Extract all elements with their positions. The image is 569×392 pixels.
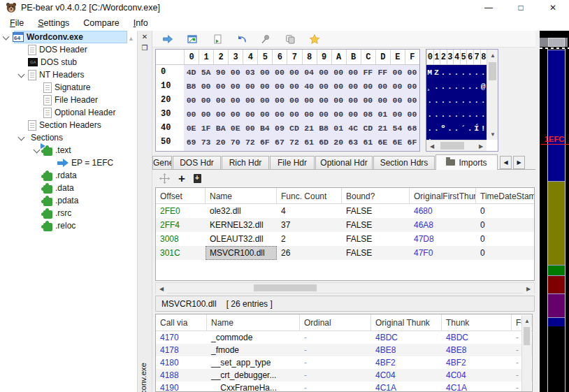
hex-byte-cell[interactable]: FF (375, 65, 390, 79)
import-function-row[interactable]: 4190__CxxFrameHa...-4C1A4C1A- (156, 382, 532, 392)
close-button[interactable]: ✕ (537, 0, 569, 15)
ascii-char-cell[interactable]: . (447, 121, 454, 135)
hex-byte-cell[interactable]: 09 (272, 121, 287, 135)
ascii-char-cell[interactable]: . (460, 79, 467, 93)
ascii-char-cell[interactable]: . (453, 93, 460, 107)
chevron-down-icon[interactable] (3, 34, 8, 40)
ascii-char-cell[interactable]: . (453, 121, 460, 135)
ascii-char-cell[interactable]: a (480, 135, 487, 140)
tab-optional-hdr[interactable]: Optional Hdr (315, 156, 373, 169)
hex-byte-cell[interactable]: 20 (302, 149, 317, 152)
column-header-timedatestamp[interactable]: TimeDateStamp (476, 188, 535, 204)
ascii-char-cell[interactable]: . (466, 93, 473, 107)
ascii-char-cell[interactable]: . (453, 79, 460, 93)
column-header-offset[interactable]: Offset (156, 188, 206, 204)
hex-byte-cell[interactable]: 00 (287, 93, 301, 107)
hex-byte-cell[interactable]: 00 (405, 79, 419, 93)
column-header-name[interactable]: Name (207, 314, 300, 331)
ascii-char-cell[interactable]: . (447, 93, 454, 107)
tree-item-optional-header[interactable]: Optional Header (0, 106, 137, 119)
hex-byte-cell[interactable]: 00 (405, 107, 419, 121)
pe-segment-section-2[interactable] (548, 181, 565, 265)
ascii-char-cell[interactable]: @ (480, 79, 487, 93)
tab-imports[interactable]: Imports (435, 154, 498, 170)
load-window-icon[interactable] (187, 34, 198, 45)
hex-byte-cell[interactable]: 00 (331, 93, 346, 107)
hex-byte-cell[interactable]: 00 (243, 93, 257, 107)
ascii-char-cell[interactable]: . (433, 93, 440, 107)
import-dll-row[interactable]: 2FE0ole32.dll4FALSE46800 (156, 204, 534, 218)
hex-byte-cell[interactable]: 20 (405, 149, 419, 152)
ascii-char-cell[interactable]: r (473, 135, 480, 140)
hex-byte-cell[interactable]: BA (213, 121, 228, 135)
hex-byte-cell[interactable]: 63 (346, 135, 361, 149)
column-header-func-count[interactable]: Func. Count (277, 188, 342, 204)
compare-copy-icon[interactable] (284, 34, 296, 45)
hex-byte-cell[interactable]: 75 (272, 149, 287, 152)
scroll-thumb[interactable] (440, 142, 464, 150)
tree-item-ep-1efc[interactable]: EP = 1EFC (0, 157, 137, 169)
ascii-horizontal-scrollbar[interactable]: ◀ ▶ (426, 140, 487, 151)
move-icon[interactable] (159, 173, 170, 184)
ascii-char-cell[interactable]: . (466, 107, 473, 121)
hex-byte-cell[interactable]: 03 (243, 65, 257, 79)
scroll-up-icon[interactable]: ▲ (487, 50, 498, 61)
pe-sections-bar[interactable] (547, 49, 566, 392)
hex-byte-cell[interactable]: CD (287, 121, 301, 135)
hex-byte-cell[interactable]: 61 (361, 135, 375, 149)
hex-byte-cell[interactable]: 1F (199, 121, 213, 135)
tree-item-text[interactable]: .text (0, 144, 137, 157)
hex-byte-cell[interactable]: 00 (257, 79, 272, 93)
hex-byte-cell[interactable]: 40 (302, 79, 317, 93)
ascii-char-cell[interactable]: s (433, 135, 440, 140)
hex-byte-cell[interactable]: 00 (243, 121, 257, 135)
tree-item-dos-header[interactable]: DOS Header (0, 43, 137, 56)
hex-byte-cell[interactable]: 6F (257, 135, 272, 149)
hex-byte-cell[interactable]: 00 (272, 65, 287, 79)
column-header-originalfirstthunk[interactable]: OriginalFirstThunk (410, 188, 476, 204)
menu-compare[interactable]: Compare (76, 17, 126, 29)
ascii-char-cell[interactable]: . (433, 121, 440, 135)
scroll-thumb[interactable] (489, 62, 496, 80)
hex-byte-cell[interactable]: 00 (228, 79, 243, 93)
import-dll-row[interactable]: 301CMSVCR100.dll26FALSE47F00 (156, 246, 534, 260)
hex-byte-cell[interactable]: B8 (184, 79, 199, 93)
hex-byte-cell[interactable]: FF (361, 65, 375, 79)
column-header-original-thunk[interactable]: Original Thunk (371, 314, 442, 331)
undo-icon[interactable] (236, 34, 247, 45)
ascii-char-cell[interactable]: ¸ (426, 79, 433, 93)
ascii-char-cell[interactable]: o (460, 135, 467, 140)
ascii-char-cell[interactable]: . (473, 93, 480, 107)
menu-file[interactable]: File (3, 17, 31, 29)
hex-byte-cell[interactable]: 61 (302, 135, 317, 149)
hex-byte-cell[interactable]: 6E (287, 149, 301, 152)
add-icon[interactable]: + (178, 173, 185, 184)
hex-byte-cell[interactable]: 6E (331, 149, 346, 152)
ascii-char-cell[interactable]: . (480, 107, 487, 121)
hex-byte-cell[interactable]: 00 (361, 79, 375, 93)
import-function-row[interactable]: 4180__set_app_type-4BF24BF2- (156, 356, 532, 369)
ascii-char-cell[interactable]: . (426, 93, 433, 107)
scroll-thumb[interactable] (254, 284, 317, 291)
hex-byte-cell[interactable]: 00 (317, 79, 331, 93)
ascii-char-cell[interactable]: . (447, 65, 454, 79)
hex-byte-cell[interactable]: 00 (243, 107, 257, 121)
hex-byte-cell[interactable]: 69 (317, 149, 331, 152)
pe-segment-section-5[interactable] (548, 293, 565, 317)
ascii-char-cell[interactable]: ´ (460, 121, 467, 135)
hex-byte-cell[interactable]: 08 (361, 107, 375, 121)
ascii-char-cell[interactable]: . (440, 79, 447, 93)
ascii-char-cell[interactable] (440, 135, 447, 140)
hex-byte-cell[interactable]: 00 (346, 93, 361, 107)
hex-byte-cell[interactable]: 62 (213, 149, 228, 152)
hex-byte-cell[interactable]: 69 (184, 135, 199, 149)
functions-vertical-scrollbar[interactable]: ▲ (521, 315, 531, 391)
hex-byte-cell[interactable]: 67 (272, 135, 287, 149)
tree-item-dos-stub[interactable]: DOS stub (0, 56, 137, 68)
pe-segment-header-band[interactable] (548, 50, 565, 181)
tree-item-rsrc[interactable]: .rsrc (0, 207, 137, 219)
import-function-row[interactable]: 4188__crt_debugger...-4C044C04- (156, 369, 532, 382)
hex-byte-cell[interactable]: 00 (287, 107, 301, 121)
ascii-char-cell[interactable]: . (453, 65, 460, 79)
hex-byte-cell[interactable]: 20 (331, 135, 346, 149)
